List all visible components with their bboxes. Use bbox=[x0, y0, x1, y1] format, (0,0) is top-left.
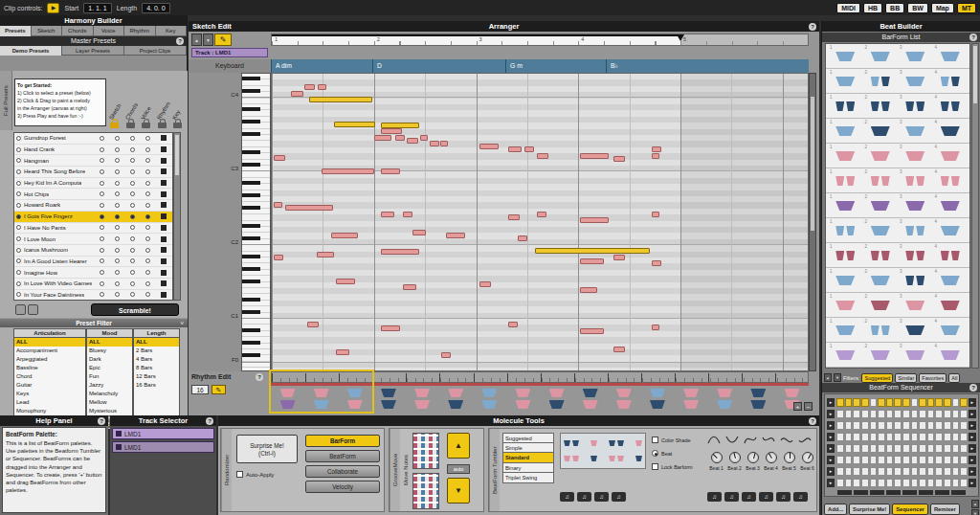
tab-key[interactable]: Key bbox=[156, 26, 188, 36]
preset-mark[interactable] bbox=[130, 214, 135, 219]
rhythm-cell[interactable] bbox=[640, 398, 674, 409]
black-key[interactable] bbox=[242, 77, 260, 81]
tab-rhythm[interactable]: Rhythm bbox=[124, 26, 156, 36]
preset-mark[interactable] bbox=[115, 191, 120, 196]
auto-apply-checkbox[interactable] bbox=[236, 471, 243, 478]
sequencer-cell[interactable] bbox=[944, 421, 951, 430]
row-play-button[interactable]: ▸ bbox=[827, 444, 835, 453]
preset-mark[interactable] bbox=[145, 281, 150, 286]
preset-mark[interactable] bbox=[115, 281, 120, 286]
preset-radio[interactable] bbox=[16, 236, 21, 241]
rhythm-cell[interactable] bbox=[708, 398, 742, 409]
subtab-layer-presets[interactable]: Layer Presets bbox=[62, 46, 124, 56]
beat-knob[interactable]: Beat 3 bbox=[744, 452, 762, 471]
sequencer-cell[interactable] bbox=[894, 456, 902, 464]
sequencer-cell[interactable] bbox=[902, 410, 910, 418]
lock-icon[interactable] bbox=[142, 123, 150, 128]
preset-mark[interactable] bbox=[100, 181, 104, 186]
sequencer-cell[interactable] bbox=[927, 456, 935, 464]
preset-radio[interactable] bbox=[16, 281, 21, 286]
sequencer-cell[interactable] bbox=[861, 456, 869, 464]
preset-mark[interactable] bbox=[130, 158, 135, 163]
rhythm-cell[interactable] bbox=[473, 398, 506, 409]
preset-mark[interactable] bbox=[100, 147, 104, 152]
scroll-down-button[interactable]: ▼ bbox=[971, 509, 979, 515]
sequencer-cell[interactable] bbox=[878, 467, 885, 476]
sequencer-cell[interactable] bbox=[886, 421, 894, 430]
note[interactable] bbox=[580, 153, 609, 159]
filter-item[interactable]: Fun bbox=[87, 372, 132, 381]
topbar-button-bw[interactable]: BW bbox=[907, 3, 928, 13]
sequencer-cell[interactable] bbox=[836, 479, 844, 487]
color-shade-checkbox[interactable] bbox=[652, 437, 658, 443]
sequencer-cell[interactable] bbox=[919, 433, 926, 441]
note[interactable] bbox=[537, 153, 548, 159]
note[interactable] bbox=[524, 146, 534, 152]
sequencer-button-surpriseme[interactable]: Surprise Me! bbox=[849, 504, 890, 515]
preset-row[interactable]: Hand Crank bbox=[14, 145, 172, 156]
sequencer-cell[interactable] bbox=[952, 398, 960, 407]
preset-row[interactable]: I Gots Five Fingerz bbox=[14, 212, 172, 223]
sequencer-cell[interactable] bbox=[894, 398, 902, 407]
preset-radio[interactable] bbox=[16, 158, 21, 163]
sequencer-cell[interactable] bbox=[952, 456, 960, 464]
sequencer-cell[interactable] bbox=[894, 467, 902, 476]
note[interactable] bbox=[613, 347, 625, 352]
tumbler-option-binary[interactable]: Binary bbox=[502, 463, 554, 474]
sequencer-cell[interactable] bbox=[935, 444, 943, 453]
preset-radio[interactable] bbox=[16, 292, 21, 297]
sequencer-cell[interactable] bbox=[870, 421, 878, 430]
sequencer-cell[interactable] bbox=[919, 410, 926, 418]
note[interactable] bbox=[291, 91, 303, 97]
preset-row[interactable]: In Your Face Daintiness bbox=[14, 290, 172, 301]
lock-icon[interactable] bbox=[110, 123, 119, 128]
preset-tool-button-1[interactable] bbox=[15, 304, 26, 315]
sequencer-cell[interactable] bbox=[919, 456, 926, 464]
rhythm-cell[interactable] bbox=[607, 398, 640, 409]
preset-mark[interactable] bbox=[100, 191, 104, 196]
track-row[interactable]: LMD1 bbox=[112, 428, 214, 439]
groove-pattern-b[interactable] bbox=[412, 473, 439, 509]
sequencer-cell[interactable] bbox=[836, 398, 844, 407]
track-chip[interactable]: Track : LMD1 bbox=[191, 48, 268, 57]
sequencer-button-sequencer[interactable]: Sequencer bbox=[892, 504, 928, 515]
preset-radio[interactable] bbox=[16, 214, 21, 219]
note[interactable] bbox=[580, 328, 604, 334]
sequencer-cell[interactable] bbox=[878, 444, 885, 453]
topbar-button-mt[interactable]: MT bbox=[957, 3, 976, 13]
mute-strip[interactable] bbox=[919, 490, 933, 495]
note[interactable] bbox=[381, 325, 400, 331]
sequencer-cell[interactable] bbox=[845, 456, 853, 464]
preset-mark[interactable] bbox=[130, 258, 135, 263]
sequencer-cell[interactable] bbox=[853, 433, 860, 441]
rhythm-cell[interactable] bbox=[271, 387, 304, 397]
black-key[interactable] bbox=[242, 150, 260, 155]
sequencer-cell[interactable] bbox=[944, 433, 951, 441]
black-key[interactable] bbox=[242, 310, 260, 315]
rhythm-cell[interactable] bbox=[573, 398, 607, 409]
sequencer-cell[interactable] bbox=[861, 398, 869, 407]
filter-item[interactable]: ALL bbox=[14, 338, 85, 347]
preset-mark[interactable] bbox=[145, 147, 150, 152]
filter-item[interactable]: Lead bbox=[14, 398, 85, 407]
filter-favorites[interactable]: Favorites bbox=[919, 373, 947, 383]
rhythm-cell[interactable] bbox=[406, 398, 439, 409]
sequencer-cell[interactable] bbox=[927, 421, 935, 430]
preset-mark[interactable] bbox=[100, 281, 104, 286]
rhythm-cell[interactable] bbox=[406, 387, 439, 397]
scroll-up-button[interactable]: ▲ bbox=[971, 500, 979, 508]
rhythm-cell[interactable] bbox=[371, 387, 405, 397]
barform-row[interactable]: 1234 bbox=[826, 268, 969, 293]
sequencer-cell[interactable] bbox=[927, 467, 935, 476]
sequencer-cell[interactable] bbox=[894, 421, 902, 430]
note-pair-button[interactable]: ♫ bbox=[577, 492, 591, 502]
note[interactable] bbox=[318, 84, 326, 90]
full-presets-strip[interactable]: Full Presets bbox=[0, 71, 12, 130]
grid-value-field[interactable]: 16 bbox=[191, 385, 209, 394]
preset-radio[interactable] bbox=[16, 181, 21, 186]
piano-keyboard[interactable] bbox=[241, 73, 271, 371]
preset-row[interactable]: Hangman bbox=[14, 155, 172, 167]
barform-row[interactable]: 1234 bbox=[826, 293, 969, 318]
preset-mark[interactable] bbox=[145, 214, 150, 219]
preset-row[interactable]: Icarus Mushroom bbox=[14, 245, 172, 257]
